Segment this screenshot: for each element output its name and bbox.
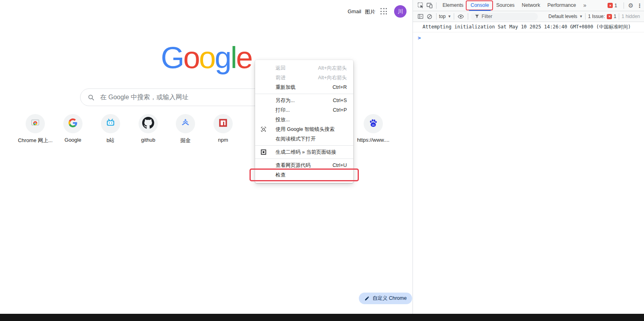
issues-label: 1 Issue: <box>588 14 605 19</box>
logo-letter: G <box>161 42 183 73</box>
menu-item-inspect[interactable]: 检查 <box>255 170 353 180</box>
avatar[interactable]: 川 <box>394 5 407 18</box>
menu-divider <box>255 158 353 159</box>
shortcut-label: https://www.... <box>355 137 391 143</box>
tab-sources[interactable]: Sources <box>493 0 518 11</box>
menu-item-label: 查看网页源代码 <box>276 160 328 170</box>
tab-network[interactable]: Network <box>518 0 544 11</box>
menu-item-back[interactable]: 返回 Alt+向左箭头 <box>255 63 353 73</box>
npm-icon <box>218 118 228 130</box>
shortcut-bilibili[interactable]: b站 <box>93 114 129 144</box>
menu-divider <box>255 145 353 146</box>
shortcut-label: github <box>130 137 166 143</box>
inspect-element-icon[interactable] <box>416 1 425 10</box>
menu-item-label: 在阅读模式下打开 <box>276 134 347 144</box>
issues-counter[interactable]: 1 Issue: × 1 <box>588 14 616 19</box>
menu-item-label: 前进 <box>276 73 313 82</box>
shortcut-label: Chrome 网上... <box>17 137 53 144</box>
menu-item-reload[interactable]: 重新加载 Ctrl+R <box>255 82 353 92</box>
images-link[interactable]: 图片 <box>365 8 375 16</box>
console-prompt[interactable]: > <box>413 32 644 42</box>
shortcut-npm[interactable]: npm <box>205 114 241 143</box>
search-icon <box>88 94 95 101</box>
kebab-menu-icon[interactable]: ⋮ <box>635 1 644 10</box>
issues-count: 1 <box>614 14 616 19</box>
prompt-chevron: > <box>418 35 421 41</box>
error-count: 1 <box>614 3 617 8</box>
shortcut-label: Google <box>55 137 91 143</box>
gmail-link[interactable]: Gmail <box>348 8 361 14</box>
google-g-icon <box>68 118 77 129</box>
menu-item-label: 投放... <box>276 115 347 124</box>
issue-icon: × <box>607 14 612 19</box>
tab-elements[interactable]: Elements <box>439 0 467 11</box>
toolbar-separator <box>454 13 454 20</box>
tab-console-label: Console <box>471 2 489 8</box>
live-expression-eye-icon[interactable] <box>457 12 465 21</box>
menu-item-label: 返回 <box>276 63 313 73</box>
shortcut-google[interactable]: Google <box>55 114 91 143</box>
log-levels-label: Default levels <box>548 14 577 19</box>
console-messages: Attempting initialization Sat May 10 202… <box>413 22 644 42</box>
toolbar-separator <box>624 2 624 9</box>
toolbar-separator <box>468 13 468 20</box>
customize-chrome-label: 自定义 Chrome <box>372 295 407 302</box>
menu-item-shortcut: Ctrl+P <box>333 105 347 115</box>
console-filter-input[interactable]: Filter <box>471 13 538 20</box>
google-apps-icon[interactable] <box>380 8 387 15</box>
console-sidebar-icon[interactable] <box>416 12 425 21</box>
filter-placeholder: Filter <box>482 14 493 19</box>
tab-console[interactable]: Console <box>467 0 493 11</box>
error-count-badge[interactable]: × 1 <box>608 3 617 8</box>
menu-divider <box>255 94 353 94</box>
menu-item-shortcut: Ctrl+R <box>332 82 347 92</box>
svg-text:du: du <box>372 124 375 126</box>
customize-chrome-button[interactable]: 自定义 Chrome <box>359 293 412 304</box>
shortcut-label: npm <box>205 137 241 143</box>
log-levels-dropdown[interactable]: Default levels ▼ <box>548 14 583 19</box>
menu-item-view-source[interactable]: 查看网页源代码 Ctrl+U <box>255 160 353 170</box>
menu-item-label: 打印... <box>276 105 328 115</box>
devtools-panel: Elements Console Sources Network Perform… <box>413 0 644 314</box>
menu-item-print[interactable]: 打印... Ctrl+P <box>255 105 353 115</box>
shortcut-github[interactable]: github <box>130 114 166 143</box>
shortcut-baidu[interactable]: du https://www.... <box>355 114 391 143</box>
logo-letter: o <box>199 42 215 73</box>
device-toolbar-icon[interactable] <box>425 1 434 10</box>
chevron-down-icon: ▼ <box>448 14 451 18</box>
toolbar-separator <box>436 2 437 9</box>
console-log-message: Attempting initialization Sat May 10 202… <box>423 24 638 30</box>
menu-item-shortcut: Alt+向右箭头 <box>318 73 347 82</box>
menu-item-shortcut: Alt+向左箭头 <box>318 63 347 73</box>
chrome-web-store-icon <box>30 118 40 129</box>
context-menu: 返回 Alt+向左箭头 前进 Alt+向右箭头 重新加载 Ctrl+R 另存为.… <box>255 60 353 183</box>
qr-code-icon <box>260 149 267 155</box>
menu-item-save-as[interactable]: 另存为... Ctrl+S <box>255 96 353 105</box>
shortcut-chrome-web-store[interactable]: Chrome 网上... <box>17 114 53 144</box>
menu-item-label: 重新加载 <box>276 82 328 92</box>
menu-item-google-lens[interactable]: 使用 Google 智能镜头搜索 <box>255 124 353 134</box>
bilibili-icon <box>105 118 116 130</box>
console-toolbar: top ▼ Filter Default levels ▼ 1 Issue: ×… <box>413 11 644 22</box>
clear-console-icon[interactable] <box>425 12 434 21</box>
menu-item-label: 另存为... <box>276 96 328 105</box>
context-selector[interactable]: top ▼ <box>439 14 451 19</box>
github-icon <box>142 117 154 130</box>
logo-letter: g <box>215 42 230 73</box>
filter-funnel-icon <box>475 14 479 19</box>
menu-item-cast[interactable]: 投放... <box>255 115 353 124</box>
menu-item-forward[interactable]: 前进 Alt+向右箭头 <box>255 73 353 82</box>
logo-letter: o <box>183 42 199 73</box>
tab-performance[interactable]: Performance <box>544 0 580 11</box>
menu-item-reading-mode[interactable]: 在阅读模式下打开 <box>255 134 353 144</box>
toolbar-separator <box>585 13 586 20</box>
shortcut-juejin[interactable]: 掘金 <box>167 114 203 144</box>
juejin-icon <box>180 118 191 130</box>
menu-item-qr-code[interactable]: 生成二维码 » 当前页面链接 <box>255 147 353 157</box>
context-selector-label: top <box>439 14 446 19</box>
menu-item-shortcut: Ctrl+U <box>332 160 347 170</box>
chevron-down-icon: ▼ <box>579 14 583 18</box>
more-tabs-chevron[interactable]: » <box>580 0 590 11</box>
settings-gear-icon[interactable]: ⚙ <box>626 1 635 10</box>
error-icon: × <box>608 3 613 8</box>
